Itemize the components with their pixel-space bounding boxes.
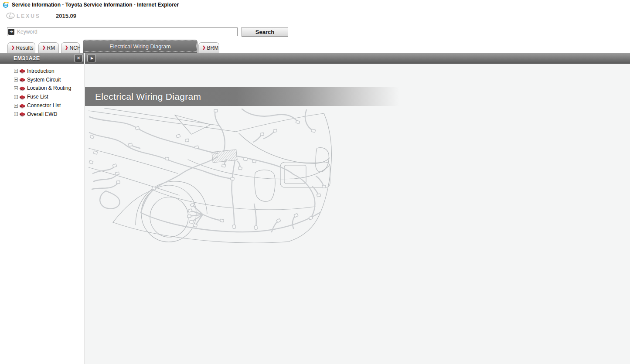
- expand-plus-icon[interactable]: +: [14, 78, 18, 82]
- tab-rm[interactable]: ❯ RM: [38, 42, 59, 53]
- book-icon: [19, 95, 25, 100]
- document-header: EM31A2E ✕: [0, 53, 85, 64]
- navigation-sidebar: + Introduction + System Circuit +: [0, 64, 85, 364]
- expand-plus-icon[interactable]: +: [14, 69, 18, 73]
- search-bar: ➜ Search: [0, 22, 630, 41]
- tree-item-system-circuit[interactable]: + System Circuit: [0, 75, 85, 84]
- tree-item-label: Overall EWD: [27, 111, 57, 117]
- tree-item-label: Introduction: [27, 68, 54, 74]
- tree-item-label: Connector List: [27, 102, 61, 109]
- tab-label: RM: [47, 45, 55, 51]
- search-input-box[interactable]: ➜: [7, 27, 238, 36]
- tab-label: BRM: [207, 45, 219, 51]
- chevron-icon: ❯: [202, 46, 206, 50]
- expand-plus-icon[interactable]: +: [14, 112, 18, 116]
- tab-label: NCF: [70, 45, 81, 51]
- chevron-icon: ❯: [65, 46, 68, 50]
- chevron-icon: ❯: [11, 46, 15, 50]
- document-code-label: EM31A2E: [14, 55, 74, 61]
- tab-bar: ❯ Results ❯ RM ❯ NCF Electrical Wiring D…: [0, 41, 630, 53]
- tree-item-label: System Circuit: [27, 77, 61, 83]
- expand-plus-icon[interactable]: +: [14, 104, 18, 108]
- expand-plus-icon[interactable]: +: [14, 95, 18, 99]
- document-toolbar: EM31A2E ✕ ▶: [0, 53, 630, 64]
- search-input[interactable]: [16, 28, 237, 36]
- search-button[interactable]: Search: [242, 27, 288, 37]
- svg-text:LEXUS: LEXUS: [17, 13, 41, 19]
- tab-results[interactable]: ❯ Results: [7, 42, 35, 53]
- tree-item-fuse-list[interactable]: + Fuse List: [0, 92, 85, 101]
- tree-item-introduction[interactable]: + Introduction: [0, 67, 85, 75]
- book-icon: [19, 68, 25, 74]
- expand-plus-icon[interactable]: +: [14, 86, 18, 90]
- tab-brm[interactable]: ❯ BRM: [198, 42, 219, 53]
- tab-label: Electrical Wiring Diagram: [109, 44, 170, 50]
- tab-label: Results: [16, 45, 34, 51]
- window-titlebar: Service Information - Toyota Service Inf…: [0, 0, 630, 10]
- content-area: + Introduction + System Circuit +: [0, 64, 630, 364]
- version-label: 2015.09: [56, 13, 76, 19]
- go-arrow-icon[interactable]: ➜: [8, 29, 14, 35]
- page-banner: Electrical Wiring Diagram: [85, 87, 399, 106]
- tree-item-overall-ewd[interactable]: + Overall EWD: [0, 110, 85, 119]
- tab-ncf[interactable]: ❯ NCF: [61, 42, 80, 53]
- internet-explorer-icon: [2, 1, 9, 8]
- tree-item-label: Fuse List: [27, 94, 48, 100]
- tree-item-location-routing[interactable]: + Location & Routing: [0, 84, 85, 93]
- car-wiring-illustration: [89, 108, 335, 248]
- chevron-icon: ❯: [42, 46, 46, 50]
- book-icon: [19, 103, 25, 109]
- tree-item-connector-list[interactable]: + Connector List: [0, 101, 85, 110]
- tree-item-label: Location & Routing: [27, 85, 71, 91]
- collapse-sidebar-icon[interactable]: ▶: [87, 54, 96, 62]
- brand-header: LEXUS 2015.09: [0, 10, 630, 22]
- main-panel: Electrical Wiring Diagram: [85, 64, 630, 364]
- book-icon: [19, 77, 25, 82]
- lexus-logo-icon: LEXUS: [6, 12, 43, 20]
- close-icon[interactable]: ✕: [74, 54, 83, 62]
- window-title: Service Information - Toyota Service Inf…: [12, 2, 179, 8]
- page-title: Electrical Wiring Diagram: [95, 92, 201, 102]
- tab-electrical-wiring-diagram[interactable]: Electrical Wiring Diagram: [83, 40, 198, 53]
- book-icon: [19, 112, 25, 117]
- book-icon: [19, 86, 25, 91]
